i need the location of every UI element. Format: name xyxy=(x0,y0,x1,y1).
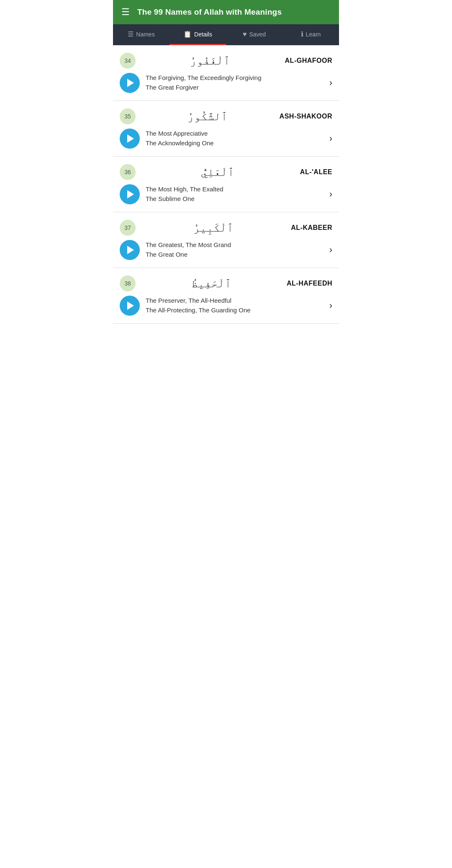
name-item-header: 36 ٱلْعَلِيُّ AL-'ALEE xyxy=(120,164,332,180)
details-tab-label: Details xyxy=(194,31,212,38)
arabic-text: ٱلْحَفِيظُ xyxy=(141,277,282,290)
transliteration: AL-'ALEE xyxy=(300,168,332,176)
tab-saved[interactable]: ♥ Saved xyxy=(226,24,282,45)
name-item-header: 35 ٱلشَّكُورُ ASH-SHAKOOR xyxy=(120,108,332,124)
play-button[interactable] xyxy=(120,73,140,93)
number-badge: 34 xyxy=(120,53,136,69)
names-tab-label: Names xyxy=(136,31,154,38)
play-button[interactable] xyxy=(120,184,140,204)
tab-details[interactable]: 📋 Details xyxy=(170,24,226,45)
name-item-body: The Greatest, The Most GrandThe Great On… xyxy=(120,240,332,260)
number-badge: 35 xyxy=(120,108,136,124)
transliteration: ASH-SHAKOOR xyxy=(280,113,332,120)
names-tab-icon: ☰ xyxy=(128,30,134,38)
chevron-right-icon[interactable]: › xyxy=(329,77,332,88)
saved-tab-label: Saved xyxy=(249,31,266,38)
chevron-right-icon[interactable]: › xyxy=(329,189,332,200)
saved-tab-icon: ♥ xyxy=(243,31,247,38)
hamburger-menu-icon[interactable]: ☰ xyxy=(121,7,130,18)
chevron-right-icon[interactable]: › xyxy=(329,133,332,144)
chevron-right-icon[interactable]: › xyxy=(329,300,332,311)
meaning-text: The Forgiving, The Exceedingly Forgiving… xyxy=(146,73,324,93)
meaning-text: The Most High, The ExaltedThe Sublime On… xyxy=(146,184,324,204)
tab-learn[interactable]: ℹ Learn xyxy=(282,24,339,45)
learn-tab-label: Learn xyxy=(306,31,321,38)
details-tab-icon: 📋 xyxy=(183,30,192,38)
arabic-text: ٱلْكَبِيرُ xyxy=(141,222,286,234)
arabic-text: ٱلشَّكُورُ xyxy=(141,110,275,123)
number-badge: 36 xyxy=(120,164,136,180)
play-button[interactable] xyxy=(120,240,140,260)
number-badge: 38 xyxy=(120,276,136,291)
name-list-item: 36 ٱلْعَلِيُّ AL-'ALEE The Most High, Th… xyxy=(113,157,339,212)
name-list-item: 35 ٱلشَّكُورُ ASH-SHAKOOR The Most Appre… xyxy=(113,101,339,157)
name-item-body: The Preserver, The All-HeedfulThe All-Pr… xyxy=(120,296,332,316)
transliteration: AL-HAFEEDH xyxy=(287,280,332,287)
name-list-item: 38 ٱلْحَفِيظُ AL-HAFEEDH The Preserver, … xyxy=(113,268,339,324)
app-title: The 99 Names of Allah with Meanings xyxy=(137,8,282,17)
name-list-item: 37 ٱلْكَبِيرُ AL-KABEER The Greatest, Th… xyxy=(113,212,339,268)
play-button[interactable] xyxy=(120,296,140,316)
learn-tab-icon: ℹ xyxy=(301,30,303,38)
chevron-right-icon[interactable]: › xyxy=(329,245,332,255)
tab-names[interactable]: ☰ Names xyxy=(113,24,170,45)
name-item-header: 37 ٱلْكَبِيرُ AL-KABEER xyxy=(120,220,332,236)
name-item-body: The Most AppreciativeThe Acknowledging O… xyxy=(120,129,332,149)
app-header: ☰ The 99 Names of Allah with Meanings xyxy=(113,0,339,24)
arabic-text: ٱلْغَفُورُ xyxy=(141,54,280,67)
meaning-text: The Preserver, The All-HeedfulThe All-Pr… xyxy=(146,296,324,315)
arabic-text: ٱلْعَلِيُّ xyxy=(141,166,295,179)
name-item-body: The Most High, The ExaltedThe Sublime On… xyxy=(120,184,332,204)
play-button[interactable] xyxy=(120,129,140,149)
meaning-text: The Most AppreciativeThe Acknowledging O… xyxy=(146,129,324,148)
name-item-header: 34 ٱلْغَفُورُ AL-GHAFOOR xyxy=(120,53,332,69)
transliteration: AL-KABEER xyxy=(291,224,332,232)
name-item-body: The Forgiving, The Exceedingly Forgiving… xyxy=(120,73,332,93)
name-list-item: 34 ٱلْغَفُورُ AL-GHAFOOR The Forgiving, … xyxy=(113,45,339,101)
names-list: 34 ٱلْغَفُورُ AL-GHAFOOR The Forgiving, … xyxy=(113,45,339,324)
number-badge: 37 xyxy=(120,220,136,236)
nav-tabs: ☰ Names 📋 Details ♥ Saved ℹ Learn xyxy=(113,24,339,45)
transliteration: AL-GHAFOOR xyxy=(285,57,332,64)
name-item-header: 38 ٱلْحَفِيظُ AL-HAFEEDH xyxy=(120,276,332,291)
meaning-text: The Greatest, The Most GrandThe Great On… xyxy=(146,240,324,260)
